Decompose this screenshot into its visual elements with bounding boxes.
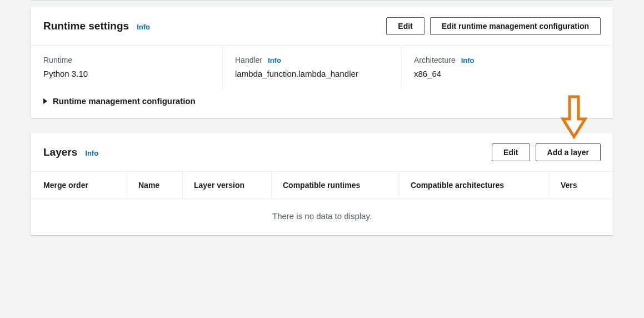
runtime-settings-panel: Runtime settings Info Edit Edit runtime … [31, 7, 613, 118]
architecture-info-link[interactable]: Info [461, 56, 475, 64]
runtime-settings-info-link[interactable]: Info [137, 23, 150, 31]
runtime-details-row: Runtime Python 3.10 Handler Info lambda_… [31, 45, 613, 88]
architecture-value: x86_64 [414, 69, 601, 78]
architecture-label: Architecture [414, 56, 456, 64]
caret-right-icon [43, 98, 47, 104]
edit-layers-button[interactable]: Edit [492, 143, 530, 161]
col-compat-runtimes[interactable]: Compatible runtimes [271, 172, 399, 198]
edit-runtime-config-button[interactable]: Edit runtime management configuration [430, 17, 601, 35]
layers-table-header: Merge order Name Layer version Compatibl… [31, 171, 613, 199]
edit-runtime-button[interactable]: Edit [386, 17, 424, 35]
layers-header: Layers Info Edit Add a layer [31, 133, 613, 171]
architecture-cell: Architecture Info x86_64 [401, 46, 601, 88]
runtime-settings-header: Runtime settings Info Edit Edit runtime … [31, 7, 613, 45]
runtime-label: Runtime [43, 56, 72, 64]
runtime-value: Python 3.10 [43, 69, 210, 78]
col-merge-order[interactable]: Merge order [43, 172, 127, 198]
handler-value: lambda_function.lambda_handler [235, 69, 389, 78]
handler-label: Handler [235, 56, 262, 64]
col-layer-version[interactable]: Layer version [182, 172, 271, 198]
layers-info-link[interactable]: Info [85, 149, 98, 157]
runtime-cell: Runtime Python 3.10 [43, 46, 210, 88]
layers-panel: Layers Info Edit Add a layer Merge order… [31, 133, 613, 235]
layers-empty-message: There is no data to display. [31, 199, 613, 235]
runtime-settings-title: Runtime settings [43, 20, 129, 32]
runtime-management-expander-label: Runtime management configuration [53, 96, 196, 106]
add-layer-button[interactable]: Add a layer [536, 143, 601, 161]
handler-info-link[interactable]: Info [268, 56, 281, 64]
layers-title: Layers [43, 146, 77, 158]
col-version[interactable]: Vers [549, 172, 583, 198]
runtime-management-expander[interactable]: Runtime management configuration [31, 88, 613, 118]
col-name[interactable]: Name [127, 172, 182, 198]
col-compat-arch[interactable]: Compatible architectures [399, 172, 549, 198]
handler-cell: Handler Info lambda_function.lambda_hand… [222, 46, 389, 88]
